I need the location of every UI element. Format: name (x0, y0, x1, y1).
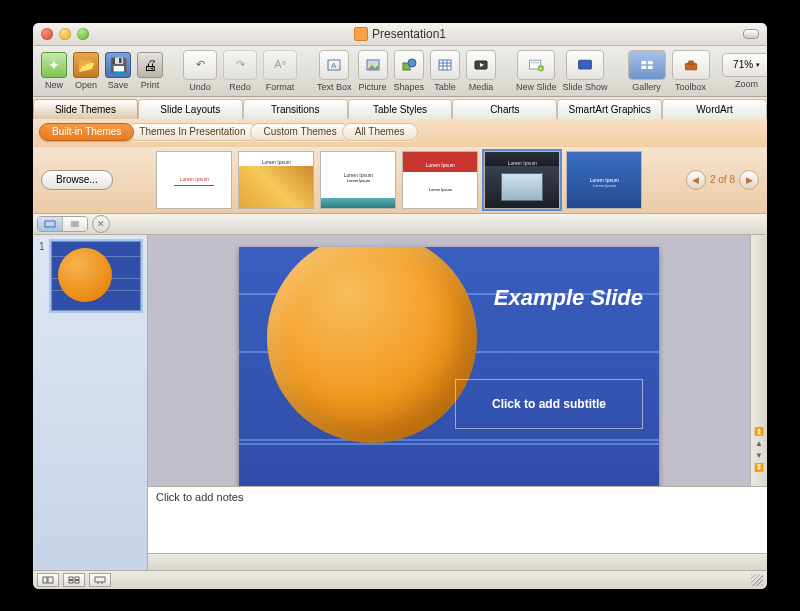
notes-pane[interactable]: Click to add notes (148, 486, 767, 553)
vertical-scrollbar[interactable]: ⏫ ▲ ▼ ⏬ (750, 235, 767, 486)
open-button[interactable]: 📂Open (71, 52, 101, 90)
toolbox-button[interactable]: Toolbox (670, 50, 712, 92)
svg-rect-25 (45, 221, 55, 227)
view-normal-button[interactable] (37, 573, 59, 587)
browse-button[interactable]: Browse... (41, 170, 113, 190)
minimize-window-button[interactable] (59, 28, 71, 40)
tab-slide-themes[interactable]: Slide Themes (33, 99, 138, 119)
svg-rect-17 (579, 60, 592, 69)
tab-charts[interactable]: Charts (452, 99, 557, 119)
tab-smartart[interactable]: SmartArt Graphics (557, 99, 662, 119)
pager-prev-button[interactable]: ◀ (686, 170, 706, 190)
subtab-custom-themes[interactable]: Custom Themes (250, 123, 349, 141)
svg-rect-29 (43, 577, 47, 583)
notes-placeholder: Click to add notes (156, 491, 243, 503)
document-icon (354, 27, 368, 41)
subtitle-placeholder[interactable]: Click to add subtitle (455, 379, 643, 429)
svg-rect-33 (69, 580, 73, 583)
window-controls (41, 28, 89, 40)
pager-next-button[interactable]: ▶ (739, 170, 759, 190)
ribbon-tabs: Slide Themes Slide Layouts Transitions T… (33, 97, 767, 119)
theme-thumb-selected[interactable]: Lorem Ipsum (484, 151, 560, 209)
statusbar (33, 570, 767, 589)
panel-view-outline-button[interactable] (62, 217, 87, 231)
slide-canvas[interactable]: Example Slide Click to add subtitle (239, 247, 659, 486)
standard-toolbar: ✦New 📂Open 💾Save 🖨Print ↶Undo ↷Redo AᵃFo… (33, 46, 767, 97)
view-sorter-button[interactable] (63, 573, 85, 587)
shapes-button[interactable]: Shapes (392, 50, 427, 92)
theme-category-tabs: Built-in Themes Themes In Presentation C… (33, 119, 767, 147)
slideshow-button[interactable]: Slide Show (561, 50, 610, 92)
view-slideshow-button[interactable] (89, 573, 111, 587)
svg-rect-21 (641, 65, 646, 68)
table-button[interactable]: Table (428, 50, 462, 92)
toolbar-toggle-button[interactable] (743, 29, 759, 39)
window-title: Presentation1 (33, 27, 767, 41)
svg-text:+: + (539, 65, 542, 71)
tab-wordart[interactable]: WordArt (662, 99, 767, 119)
svg-rect-30 (48, 577, 53, 583)
scroll-next-slide-icon[interactable]: ⏬ (753, 462, 765, 474)
app-window: Presentation1 ✦New 📂Open 💾Save 🖨Print ↶U… (33, 23, 767, 589)
slides-panel-toolbar: ✕ (33, 214, 767, 235)
resize-grip-icon[interactable] (751, 574, 763, 586)
horizontal-scrollbar[interactable] (148, 553, 767, 570)
subtab-themes-in-presentation[interactable]: Themes In Presentation (126, 123, 258, 141)
gallery-pager: ◀ 2 of 8 ▶ (686, 170, 759, 190)
subtab-built-in-themes[interactable]: Built-in Themes (39, 123, 134, 141)
pager-label: 2 of 8 (708, 174, 737, 185)
svg-rect-34 (75, 580, 79, 583)
new-slide-button[interactable]: +New Slide (514, 50, 559, 92)
close-window-button[interactable] (41, 28, 53, 40)
textbox-button[interactable]: AText Box (315, 50, 354, 92)
gallery-button[interactable]: Gallery (626, 50, 668, 92)
theme-thumb[interactable]: Lorem Ipsum (156, 151, 232, 209)
svg-rect-22 (647, 65, 652, 68)
tab-table-styles[interactable]: Table Styles (348, 99, 453, 119)
titlebar: Presentation1 (33, 23, 767, 46)
slide-title-text[interactable]: Example Slide (494, 285, 643, 311)
media-button[interactable]: Media (464, 50, 498, 92)
redo-button[interactable]: ↷Redo (221, 50, 259, 92)
new-button[interactable]: ✦New (39, 52, 69, 90)
shape-circle[interactable] (267, 247, 477, 443)
slides-panel[interactable]: 1 (33, 235, 148, 570)
theme-thumb[interactable]: Lorem IpsumLorem Ipsum (566, 151, 642, 209)
tab-transitions[interactable]: Transitions (243, 99, 348, 119)
slide-number: 1 (39, 241, 47, 311)
scroll-down-icon[interactable]: ▼ (753, 450, 765, 462)
svg-point-5 (408, 59, 416, 67)
save-button[interactable]: 💾Save (103, 52, 133, 90)
svg-text:A: A (331, 61, 337, 70)
svg-rect-20 (647, 61, 652, 64)
picture-button[interactable]: Picture (356, 50, 390, 92)
zoom-value: 71% (733, 59, 753, 70)
slide-thumbnail-canvas (51, 241, 141, 311)
panel-close-button[interactable]: ✕ (92, 215, 110, 233)
svg-rect-19 (641, 61, 646, 64)
theme-thumb[interactable]: Lorem Ipsum (238, 151, 314, 209)
window-title-text: Presentation1 (372, 27, 446, 41)
svg-rect-6 (439, 60, 451, 70)
svg-rect-31 (69, 577, 73, 580)
theme-thumb[interactable]: Lorem Ipsum Lorem Ipsum (402, 151, 478, 209)
zoom-control[interactable]: 71% ▾ Zoom (720, 53, 767, 89)
panel-view-slides-button[interactable] (38, 217, 62, 231)
svg-rect-14 (532, 61, 540, 63)
theme-thumb[interactable]: Lorem IpsumLorem Ipsum (320, 151, 396, 209)
tab-slide-layouts[interactable]: Slide Layouts (138, 99, 243, 119)
svg-rect-35 (95, 577, 105, 582)
scroll-prev-slide-icon[interactable]: ⏫ (753, 426, 765, 438)
format-button[interactable]: AᵃFormat (261, 50, 299, 92)
scroll-up-icon[interactable]: ▲ (753, 438, 765, 450)
content-area: ✕ 1 (33, 214, 767, 570)
undo-button[interactable]: ↶Undo (181, 50, 219, 92)
slide-thumbnail[interactable]: 1 (39, 241, 141, 311)
subtitle-placeholder-text: Click to add subtitle (492, 397, 606, 411)
editor: Example Slide Click to add subtitle ⏫ ▲ … (148, 235, 767, 570)
ribbon: Slide Themes Slide Layouts Transitions T… (33, 97, 767, 214)
zoom-window-button[interactable] (77, 28, 89, 40)
svg-rect-24 (688, 61, 693, 64)
print-button[interactable]: 🖨Print (135, 52, 165, 90)
subtab-all-themes[interactable]: All Themes (342, 123, 418, 141)
